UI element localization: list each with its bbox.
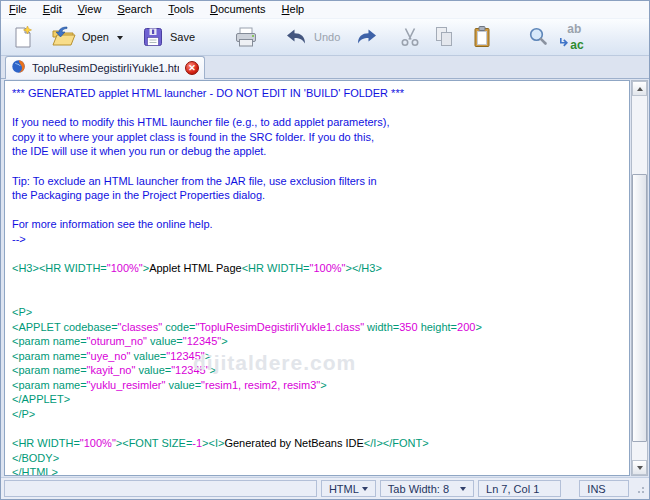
toolbar: Open Save (1, 18, 649, 56)
chevron-down-icon (460, 487, 466, 494)
vertical-scrollbar[interactable] (631, 80, 648, 476)
status-message-area (4, 480, 317, 497)
scroll-down-button[interactable] (632, 460, 647, 475)
open-folder-icon (51, 25, 77, 49)
code-line: </APPLET> (12, 392, 629, 407)
scroll-up-button[interactable] (632, 81, 647, 96)
new-document-icon (11, 25, 35, 49)
menu-documents[interactable]: Documents (202, 2, 274, 17)
menubar: FileEditViewSearchToolsDocumentsHelp (1, 1, 649, 18)
find-icon (526, 25, 550, 49)
language-value: HTML (329, 483, 359, 495)
save-button-label: Save (170, 31, 195, 43)
editor-row: *** GENERATED applet HTML launcher - DO … (1, 79, 649, 477)
code-line: <P> (12, 305, 629, 320)
code-line: <param name="yuklu_resimler" value="resi… (12, 378, 629, 393)
print-icon (233, 25, 259, 49)
code-line: <H3><HR WIDTH="100%">Applet HTML Page<HR… (12, 261, 629, 276)
code-line: </BODY> (12, 451, 629, 466)
insert-mode-indicator: INS (579, 480, 629, 497)
code-line: the Packaging page in the Project Proper… (12, 188, 629, 203)
scrollbar-thumb[interactable] (632, 174, 647, 442)
tab-width-selector[interactable]: Tab Width: 8 (380, 480, 474, 497)
chevron-down-icon (362, 487, 368, 494)
open-button-label: Open (82, 31, 109, 43)
cut-icon (398, 25, 422, 49)
code-line (12, 276, 629, 291)
code-line: </HTML> (12, 465, 629, 476)
replace-icon: ab ac (560, 24, 586, 50)
find-button[interactable] (522, 23, 554, 51)
code-line: <param name="oturum_no" value="12345"> (12, 334, 629, 349)
menu-help[interactable]: Help (274, 2, 313, 17)
code-line (12, 203, 629, 218)
language-selector[interactable]: HTML (321, 480, 376, 497)
replace-button[interactable]: ab ac (556, 22, 590, 52)
code-line (12, 422, 629, 437)
code-line: <APPLET codebase="classes" code="TopluRe… (12, 320, 629, 335)
code-line (12, 101, 629, 116)
html-file-icon (11, 59, 26, 78)
code-line: </P> (12, 407, 629, 422)
tab-close-icon[interactable]: ✕ (185, 61, 199, 75)
undo-icon (283, 26, 309, 48)
resize-grip[interactable] (633, 482, 645, 496)
menu-view[interactable]: View (70, 2, 110, 17)
new-document-button[interactable] (7, 23, 39, 51)
code-line: copy it to where your applet class is fo… (12, 130, 629, 145)
undo-button-label: Undo (314, 31, 340, 43)
code-line: For more information see the online help… (12, 217, 629, 232)
code-line: <HR WIDTH="100%"><FONT SIZE=-1><I>Genera… (12, 436, 629, 451)
code-line: --> (12, 232, 629, 247)
print-button[interactable] (229, 23, 263, 51)
insert-mode-value: INS (587, 483, 605, 495)
editor-pane[interactable]: *** GENERATED applet HTML launcher - DO … (4, 80, 630, 476)
replace-arrow-icon (560, 38, 570, 48)
tab-title: TopluResimDegistirliYukle1.html (32, 62, 179, 74)
paste-button[interactable] (466, 23, 498, 51)
replace-ab-text: ab (567, 22, 581, 36)
code-line (12, 247, 629, 262)
menu-search[interactable]: Search (109, 2, 160, 17)
statusbar: HTML Tab Width: 8 Ln 7, Col 1 INS (1, 477, 649, 499)
cut-button[interactable] (394, 23, 426, 51)
undo-button[interactable]: Undo (279, 24, 344, 50)
redo-icon (354, 26, 380, 48)
code-line (12, 159, 629, 174)
open-button[interactable]: Open (47, 23, 127, 51)
open-dropdown-arrow-icon[interactable] (117, 36, 123, 43)
code-line: the IDE will use it when you run or debu… (12, 144, 629, 159)
tab-width-label: Tab Width: (388, 483, 440, 495)
editor-window: FileEditViewSearchToolsDocumentsHelp Ope… (0, 0, 650, 500)
copy-button[interactable] (428, 23, 460, 51)
menu-file[interactable]: File (1, 2, 35, 17)
tab-width-value: 8 (443, 483, 449, 495)
code-line: <param name="kayit_no" value="12345"> (12, 363, 629, 378)
menu-tools[interactable]: Tools (160, 2, 202, 17)
code-line: *** GENERATED applet HTML launcher - DO … (12, 86, 629, 101)
tab-active[interactable]: TopluResimDegistirliYukle1.html ✕ (5, 56, 205, 79)
code-line: <param name="uye_no" value="12345"> (12, 349, 629, 364)
code-line (12, 290, 629, 305)
cursor-position-value: Ln 7, Col 1 (486, 483, 539, 495)
menu-edit[interactable]: Edit (35, 2, 70, 17)
paste-icon (470, 25, 494, 49)
replace-ac-text: ac (570, 38, 583, 52)
tabbar: TopluResimDegistirliYukle1.html ✕ (1, 56, 649, 79)
code-line: If you need to modify this HTML launcher… (12, 115, 629, 130)
editor-content[interactable]: *** GENERATED applet HTML launcher - DO … (12, 86, 629, 476)
code-line: Tip: To exclude an HTML launcher from th… (12, 174, 629, 189)
save-button[interactable]: Save (137, 23, 199, 51)
cursor-position: Ln 7, Col 1 (478, 480, 561, 497)
arrow-down-icon (637, 466, 643, 473)
copy-icon (432, 25, 456, 49)
arrow-up-icon (637, 84, 643, 91)
redo-button[interactable] (350, 24, 384, 50)
save-floppy-icon (141, 25, 165, 49)
